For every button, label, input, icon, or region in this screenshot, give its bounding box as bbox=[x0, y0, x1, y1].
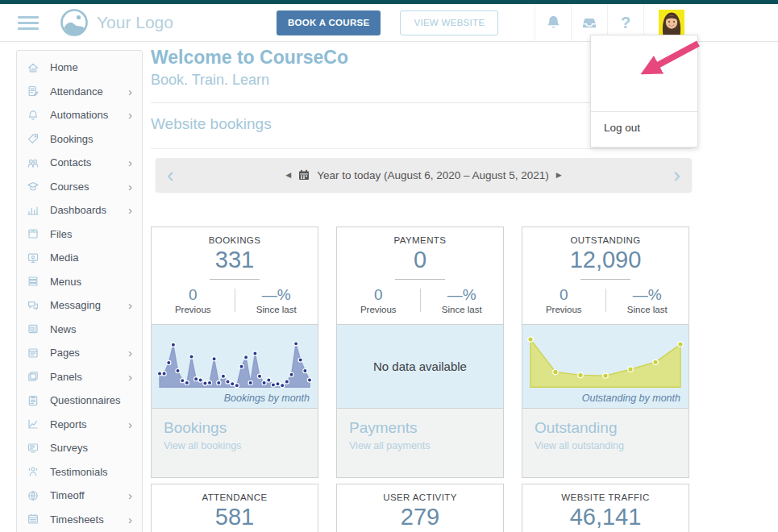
menu-item-my-courses[interactable] bbox=[591, 92, 697, 105]
menu-item-user-management[interactable] bbox=[591, 79, 697, 92]
sidebar-item-label: Media bbox=[50, 251, 128, 264]
sidebar-item-messaging[interactable]: Messaging › bbox=[17, 293, 142, 318]
sidebar-item-testimonials[interactable]: Testimonials › bbox=[17, 460, 142, 484]
contacts-icon bbox=[27, 156, 40, 169]
previous-value: 0 bbox=[522, 286, 605, 304]
logo[interactable]: Your Logo bbox=[60, 8, 173, 37]
card-title: WEBSITE TRAFFIC bbox=[522, 493, 689, 502]
sidebar-item-label: Testimonials bbox=[50, 466, 128, 478]
card-footer-title[interactable]: Bookings bbox=[164, 419, 306, 437]
sidebar-item-surveys[interactable]: Surveys › bbox=[17, 436, 142, 460]
sidebar-item-label: Home bbox=[50, 61, 128, 73]
cards-row: BOOKINGS 331 0 Previous —% Since last Bo… bbox=[151, 227, 689, 478]
sidebar-item-panels[interactable]: Panels › bbox=[17, 365, 142, 389]
home-icon bbox=[27, 61, 40, 74]
media-icon bbox=[27, 251, 40, 264]
sidebar-item-pages[interactable]: Pages › bbox=[17, 341, 142, 365]
date-range-label: Year to today (August 6, 2020 – August 5… bbox=[317, 169, 549, 181]
date-range-control[interactable]: ◀ Year to today (August 6, 2020 – August… bbox=[185, 169, 663, 181]
prev-period-icon[interactable]: ◀ bbox=[285, 171, 291, 179]
sidebar-item-label: Messaging bbox=[50, 299, 128, 311]
sidebar-item-label: Bookings bbox=[50, 133, 128, 145]
chevron-left-icon[interactable]: ‹ bbox=[156, 164, 185, 185]
cards-row-2: ATTENDANCE 581 USER ACTIVITY 279 WEBSITE… bbox=[151, 484, 689, 532]
sidebar-item-bookings[interactable]: Bookings › bbox=[17, 127, 142, 152]
sidebar-item-courses[interactable]: Courses › bbox=[17, 175, 142, 199]
card-footer-title[interactable]: Payments bbox=[349, 419, 491, 437]
surveys-icon bbox=[27, 442, 40, 455]
card-footer-title[interactable]: Outstanding bbox=[535, 419, 676, 437]
timeoff-icon bbox=[27, 489, 40, 502]
card-value: 581 bbox=[152, 504, 318, 530]
sidebar-item-label: Dashboards bbox=[50, 204, 128, 216]
menu-item-system[interactable] bbox=[591, 53, 697, 66]
card-title: OUTSTANDING bbox=[522, 235, 689, 245]
chevron-right-icon: › bbox=[128, 181, 132, 193]
user-menu-list bbox=[591, 40, 697, 105]
no-data-message: No data available bbox=[337, 325, 503, 408]
sidebar-item-questionnaires[interactable]: Questionnaires › bbox=[17, 389, 142, 413]
sidebar-item-label: Automations bbox=[50, 109, 128, 121]
chevron-right-icon: › bbox=[128, 347, 132, 359]
menu-item-log-out[interactable]: Log out bbox=[591, 111, 697, 142]
stat-card-attendance: ATTENDANCE 581 bbox=[151, 484, 318, 532]
chart-caption: Bookings by month bbox=[224, 393, 310, 404]
sidebar-item-files[interactable]: Files › bbox=[17, 222, 142, 247]
card-chart: No data available bbox=[337, 324, 503, 408]
question-mark-icon: ? bbox=[621, 14, 630, 32]
page-title: Welcome to CourseCo bbox=[151, 47, 348, 69]
card-stats: OUTSTANDING 12,090 0 Previous —% Since l… bbox=[522, 227, 689, 324]
view-all-link[interactable]: View all outstanding bbox=[535, 440, 676, 451]
logo-text: Your Logo bbox=[97, 13, 173, 32]
view-website-button[interactable]: VIEW WEBSITE bbox=[400, 10, 498, 35]
card-title: PAYMENTS bbox=[337, 235, 503, 245]
calendar-icon bbox=[298, 169, 310, 181]
view-all-link[interactable]: View all bookings bbox=[164, 440, 306, 451]
card-footer: Bookings View all bookings bbox=[152, 408, 318, 477]
previous-stat: 0 Previous bbox=[337, 286, 420, 314]
sidebar-item-menus[interactable]: Menus › bbox=[17, 270, 142, 294]
sidebar-item-dashboards[interactable]: Dashboards › bbox=[17, 198, 142, 222]
previous-label: Previous bbox=[337, 305, 420, 314]
sidebar-item-label: Panels bbox=[50, 371, 128, 383]
header-spacer bbox=[698, 4, 778, 41]
chevron-right-icon: › bbox=[128, 489, 132, 501]
card-title: BOOKINGS bbox=[152, 235, 318, 245]
chevron-right-icon: › bbox=[128, 371, 132, 383]
notifications-button[interactable] bbox=[535, 4, 571, 41]
chevron-right-icon[interactable]: › bbox=[662, 164, 692, 185]
sidebar-item-timesheets[interactable]: Timesheets › bbox=[17, 508, 142, 532]
previous-stat: 0 Previous bbox=[522, 286, 605, 314]
chevron-right-icon: › bbox=[128, 109, 132, 121]
sidebar-item-automations[interactable]: Automations › bbox=[17, 103, 142, 127]
card-value: 0 bbox=[337, 247, 503, 273]
previous-stat: 0 Previous bbox=[152, 286, 235, 314]
sidebar-item-news[interactable]: News › bbox=[17, 318, 142, 342]
section-title: Website bookings bbox=[151, 115, 272, 133]
dashboards-icon bbox=[27, 204, 40, 217]
view-all-link[interactable]: View all payments bbox=[349, 440, 491, 451]
book-a-course-button[interactable]: BOOK A COURSE bbox=[277, 10, 381, 35]
sidebar-item-attendance[interactable]: Attendance › bbox=[17, 80, 142, 104]
next-period-icon[interactable]: ▶ bbox=[556, 171, 562, 179]
bell-icon bbox=[545, 15, 562, 31]
chevron-right-icon: › bbox=[128, 204, 132, 216]
chevron-right-icon: › bbox=[128, 513, 132, 526]
sidebar-item-home[interactable]: Home › bbox=[17, 56, 142, 80]
card-stats: BOOKINGS 331 0 Previous —% Since last bbox=[152, 227, 318, 324]
menu-item-settings[interactable] bbox=[591, 66, 697, 79]
change-value: —% bbox=[606, 286, 689, 304]
courses-icon bbox=[27, 180, 40, 193]
page-subtitle: Book. Train. Learn bbox=[151, 72, 348, 89]
menu-icon[interactable] bbox=[18, 13, 39, 33]
sidebar-item-contacts[interactable]: Contacts › bbox=[17, 151, 142, 175]
card-value: 331 bbox=[152, 247, 318, 273]
sidebar-item-label: Attendance bbox=[50, 85, 128, 98]
messaging-icon bbox=[27, 299, 40, 312]
sidebar-item-timeoff[interactable]: Timeoff › bbox=[17, 484, 142, 508]
change-stat: —% Since last bbox=[235, 286, 318, 314]
sidebar-item-reports[interactable]: Reports › bbox=[17, 413, 142, 437]
menu-item-profile[interactable] bbox=[591, 40, 697, 53]
sidebar-item-media[interactable]: Media › bbox=[17, 246, 142, 270]
app-root: Your Logo BOOK A COURSE VIEW WEBSITE ? bbox=[0, 0, 778, 532]
